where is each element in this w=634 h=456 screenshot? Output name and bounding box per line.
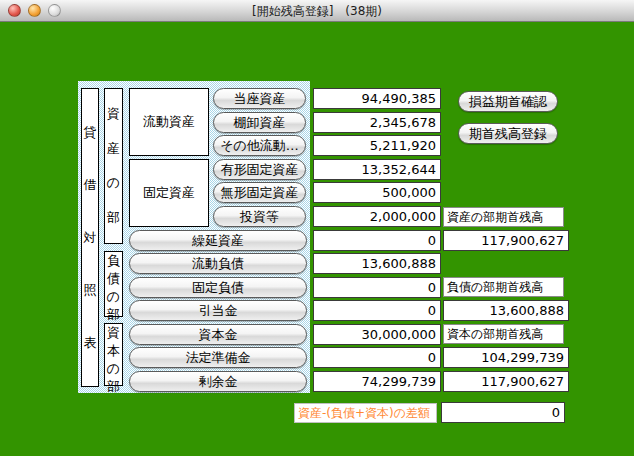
capital-stock-field[interactable] — [313, 324, 441, 345]
quick-assets-button[interactable]: 当座資産 — [213, 88, 306, 109]
liabilities-opening-balance-total: 13,600,888 — [443, 300, 569, 321]
liabilities-opening-balance-label: 負債の部期首残高 — [443, 277, 564, 297]
char: 照 — [84, 281, 97, 299]
assets-opening-balance-label: 資産の部期首残高 — [443, 207, 564, 227]
category-current-assets: 流動資産 — [129, 88, 209, 156]
inventory-assets-field[interactable] — [313, 112, 441, 133]
char: 産 — [107, 140, 120, 158]
char: 資 — [107, 105, 120, 123]
char: 負 — [107, 252, 120, 270]
app-window: [開始残高登録] (38期) 貸 借 対 照 表 資 産 の 部 負 債 の 部… — [0, 0, 634, 456]
surplus-button[interactable]: 剰余金 — [129, 371, 307, 392]
other-current-assets-field[interactable] — [313, 135, 441, 156]
current-liabilities-button[interactable]: 流動負債 — [129, 253, 307, 274]
capital-opening-balance-label: 資本の部期首残高 — [443, 324, 564, 344]
intangible-fixed-assets-field[interactable] — [313, 182, 441, 203]
char: の — [107, 360, 120, 378]
difference-label: 資産-(負債+資本)の差額 — [294, 403, 437, 423]
tangible-fixed-assets-button[interactable]: 有形固定資産 — [213, 159, 306, 180]
window-title: [開始残高登録] (38期) — [0, 0, 634, 22]
char: 部 — [107, 306, 120, 324]
legal-reserves-button[interactable]: 法定準備金 — [129, 347, 307, 368]
section-liabilities-label: 負 債 の 部 — [104, 251, 123, 317]
deferred-assets-field[interactable] — [313, 230, 441, 251]
legal-reserves-field[interactable] — [313, 347, 441, 368]
char: 表 — [84, 334, 97, 352]
char: 部 — [107, 378, 120, 396]
char: の — [107, 174, 120, 192]
current-liabilities-field[interactable] — [313, 253, 441, 274]
tangible-fixed-assets-field[interactable] — [313, 159, 441, 180]
char: 貸 — [84, 124, 97, 142]
capital-stock-button[interactable]: 資本金 — [129, 324, 307, 345]
investments-button[interactable]: 投資等 — [213, 206, 306, 227]
difference-field[interactable] — [441, 402, 565, 423]
profit-loss-opening-check-button[interactable]: 損益期首確認 — [458, 91, 558, 112]
allowances-button[interactable]: 引当金 — [129, 300, 307, 321]
assets-opening-balance-total: 117,900,627 — [443, 230, 569, 251]
title-bar: [開始残高登録] (38期) — [0, 0, 634, 22]
fixed-liabilities-field[interactable] — [313, 277, 441, 298]
balance-sheet-vertical-label: 貸 借 対 照 表 — [81, 88, 99, 387]
char: 部 — [107, 209, 120, 227]
char: 債 — [107, 270, 120, 288]
opening-balance-register-button[interactable]: 期首残高登録 — [458, 123, 558, 144]
capital-opening-balance-total: 104,299,739 — [443, 347, 569, 368]
char: 本 — [107, 342, 120, 360]
intangible-fixed-assets-button[interactable]: 無形固定資産 — [213, 182, 306, 203]
liabilities-plus-capital-total: 117,900,627 — [443, 371, 569, 392]
investments-field[interactable] — [313, 206, 441, 227]
char: 資 — [107, 324, 120, 342]
deferred-assets-button[interactable]: 繰延資産 — [129, 230, 307, 251]
char: 対 — [84, 229, 97, 247]
char: の — [107, 288, 120, 306]
quick-assets-field[interactable] — [313, 88, 441, 109]
surplus-field[interactable] — [313, 371, 441, 392]
fixed-liabilities-button[interactable]: 固定負債 — [129, 277, 307, 298]
other-current-assets-button[interactable]: その他流動… — [213, 135, 306, 156]
category-fixed-assets: 固定資産 — [129, 159, 209, 227]
inventory-assets-button[interactable]: 棚卸資産 — [213, 112, 306, 133]
char: 借 — [84, 176, 97, 194]
section-assets-label: 資 産 の 部 — [104, 88, 123, 244]
allowances-field[interactable] — [313, 300, 441, 321]
section-capital-label: 資 本 の 部 — [104, 323, 123, 386]
